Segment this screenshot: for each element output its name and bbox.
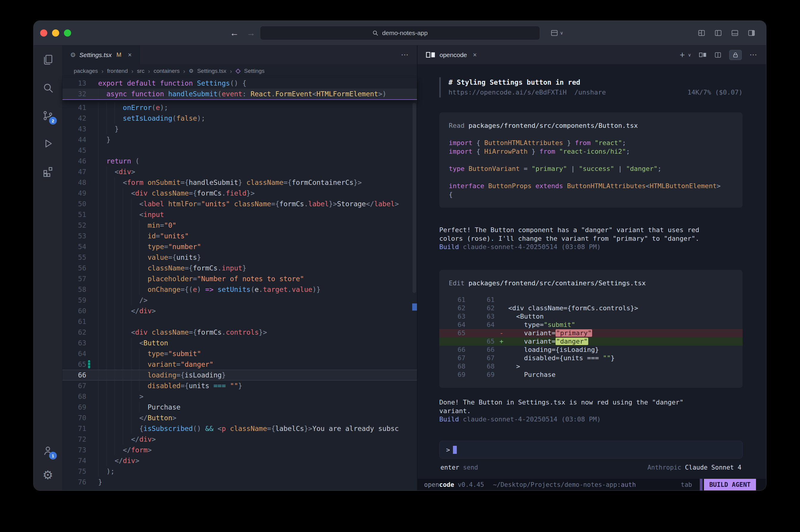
opencode-logo-icon (426, 52, 435, 58)
sticky-scroll[interactable]: 13export default function Settings() {32… (62, 78, 417, 100)
assistant-message: Done! The Button in Settings.tsx is now … (439, 398, 743, 424)
code-line-50[interactable]: 50<label htmlFor="units" className={form… (62, 198, 417, 209)
project-path: ~/Desktop/Projects/demo-notes-app:auth (493, 481, 636, 488)
breadcrumb-item-packages[interactable]: packages (74, 68, 98, 74)
code-line-71[interactable]: 71{isSubscribed() && <p className={label… (62, 423, 417, 434)
code-line-53[interactable]: 53id="units" (62, 231, 417, 241)
opencode-panel: opencode × + ∨ ⋯ (417, 45, 766, 490)
command-center-search[interactable]: demo-notes-app (260, 26, 540, 40)
lock-toggle[interactable] (729, 50, 742, 60)
code-line-52[interactable]: 52min="0" (62, 220, 417, 231)
code-line-49[interactable]: 49<div className={formCs.field}> (62, 188, 417, 198)
opencode-glyph-icon[interactable] (699, 53, 707, 57)
code-line-72[interactable]: 72</div> (62, 434, 417, 444)
code-line-76[interactable]: 76} (62, 477, 417, 488)
diff-row-ctx: 6464 type="submit" (439, 321, 743, 329)
session-header: # Styling Settings button in red https:/… (439, 77, 743, 97)
code-line-59[interactable]: 59/> (62, 295, 417, 306)
vscode-window: ← → demo-notes-app ∨ (33, 20, 766, 491)
code-line-64[interactable]: 64type="submit" (62, 348, 417, 359)
run-debug-icon (42, 138, 54, 150)
build-agent-badge[interactable]: BUILD AGENT (704, 479, 756, 490)
code-line-58[interactable]: 58onChange={(e) => setUnits(e.target.val… (62, 284, 417, 295)
session-share-url[interactable]: https://opencode.ai/s/eBdFXTiH (448, 88, 566, 97)
panel-close-button[interactable]: × (473, 51, 477, 59)
chevron-down-icon: ∨ (560, 30, 563, 36)
toggle-secondary-sidebar-icon[interactable] (748, 29, 756, 37)
breadcrumb-item-symbol[interactable]: Settings (244, 68, 265, 74)
tab-settings-tsx[interactable]: ⚙ Settings.tsx M × (62, 45, 140, 64)
toggle-primary-sidebar-icon[interactable] (714, 29, 722, 37)
code-line-47[interactable]: 47<div> (62, 167, 417, 177)
code-line-70[interactable]: 70</Button> (62, 413, 417, 423)
customize-layout-icon[interactable] (698, 29, 705, 37)
breadcrumb-item-frontend[interactable]: frontend (107, 68, 128, 74)
split-terminal-icon[interactable] (714, 52, 722, 59)
code-line-44[interactable]: 44} (62, 134, 417, 145)
code-line-73[interactable]: 73</form> (62, 444, 417, 455)
tab-opencode[interactable]: opencode × (426, 51, 477, 59)
code-line-48[interactable]: 48<form onSubmit={handleSubmit} classNam… (62, 177, 417, 188)
code-editor[interactable]: 41onError(e);42setIsLoading(false);43}44… (62, 100, 417, 490)
close-window-button[interactable] (40, 30, 47, 37)
model-label: Anthropic Claude Sonnet 4 (648, 464, 741, 471)
zoom-window-button[interactable] (64, 30, 71, 37)
tool-output-line: Read packages/frontend/src/components/Bu… (449, 121, 733, 130)
files-icon (42, 54, 54, 66)
extensions-view-button[interactable] (40, 164, 56, 179)
code-line-62[interactable]: 62<div className={formCs.controls}> (62, 327, 417, 338)
navigate-forward-button[interactable]: → (246, 28, 256, 38)
toggle-panel-icon[interactable] (731, 29, 739, 37)
chevron-down-icon[interactable]: ∨ (688, 52, 691, 58)
code-line-57[interactable]: 57placeholder="Number of notes to store" (62, 273, 417, 284)
navigate-back-button[interactable]: ← (230, 28, 239, 38)
minimize-window-button[interactable] (52, 30, 59, 37)
code-line-32[interactable]: 32async function handleSubmit(event: Rea… (62, 89, 417, 99)
diff-row-ctx: 6161 (439, 296, 743, 304)
code-line-54[interactable]: 54type="number" (62, 241, 417, 252)
scrollbar-thumb[interactable] (412, 103, 416, 293)
code-line-42[interactable]: 42setIsLoading(false); (62, 113, 417, 124)
code-line-56[interactable]: 56className={formCs.input} (62, 263, 417, 273)
source-control-view-button[interactable]: 2 (40, 108, 56, 124)
account-button[interactable]: 1 (40, 443, 56, 458)
code-line-63[interactable]: 63<Button (62, 338, 417, 348)
code-line-66[interactable]: 66loading={isLoading} (62, 370, 417, 380)
message-meta: Build claude-sonnet-4-20250514 (03:08 PM… (439, 415, 743, 424)
explorer-view-button[interactable] (40, 52, 56, 68)
code-line-46[interactable]: 46return ( (62, 156, 417, 167)
breadcrumb-item-file[interactable]: Settings.tsx (197, 68, 226, 74)
editor-more-actions-button[interactable]: ⋯ (401, 50, 409, 59)
code-line-74[interactable]: 74</div> (62, 455, 417, 466)
code-line-13[interactable]: 13export default function Settings() { (62, 78, 417, 89)
breadcrumb-item-src[interactable]: src (137, 68, 144, 74)
breadcrumb-separator: › (131, 68, 133, 75)
tab-close-button[interactable]: × (128, 51, 132, 59)
code-line-65[interactable]: 65variant="danger" (62, 359, 417, 370)
settings-gear-button[interactable]: ⚙ (40, 467, 56, 483)
unshare-link[interactable]: /unshare (574, 88, 606, 97)
search-view-button[interactable] (40, 80, 56, 95)
code-line-45[interactable]: 45 (62, 145, 417, 156)
sash-indicator[interactable] (412, 303, 417, 310)
code-line-51[interactable]: 51<input (62, 209, 417, 220)
message-meta: Build claude-sonnet-4-20250514 (03:08 PM… (439, 243, 743, 251)
code-line-43[interactable]: 43} (62, 124, 417, 134)
code-line-55[interactable]: 55value={units} (62, 252, 417, 263)
prompt-input[interactable]: > (439, 441, 743, 459)
token-usage: 14K/7% ($0.07) (688, 88, 743, 97)
breadcrumb-item-containers[interactable]: containers (153, 68, 180, 74)
code-line-69[interactable]: 69Purchase (62, 402, 417, 413)
code-line-68[interactable]: 68> (62, 391, 417, 402)
code-line-75[interactable]: 75); (62, 466, 417, 477)
layout-selector[interactable]: ∨ (551, 21, 563, 45)
panel-tab-label: opencode (440, 52, 467, 59)
code-line-67[interactable]: 67disabled={units === ""} (62, 380, 417, 391)
new-terminal-button[interactable]: + (680, 51, 685, 59)
code-line-61[interactable]: 61 (62, 316, 417, 327)
code-line-60[interactable]: 60</div> (62, 306, 417, 316)
panel-more-actions-button[interactable]: ⋯ (749, 50, 757, 59)
tool-output-line: import { ButtonHTMLAttributes } from "re… (449, 138, 733, 147)
run-debug-view-button[interactable] (40, 136, 56, 151)
code-line-41[interactable]: 41onError(e); (62, 102, 417, 113)
